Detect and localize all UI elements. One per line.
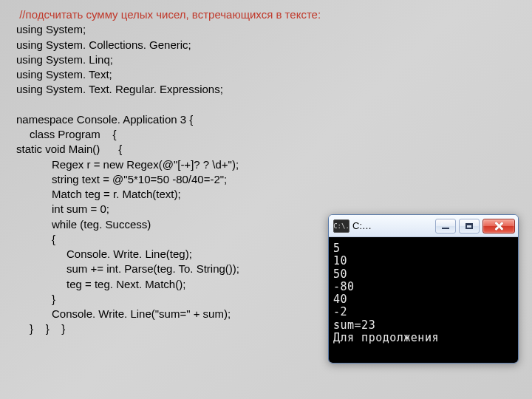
console-app-icon: C:\. xyxy=(333,219,349,233)
window-titlebar[interactable]: C:\. C:… xyxy=(329,215,518,237)
using-line: using System. Text. Regular. Expressions… xyxy=(16,82,516,97)
console-line: -2 xyxy=(333,306,514,318)
console-line: sum=23 xyxy=(333,319,514,332)
close-button[interactable] xyxy=(482,219,515,233)
minimize-icon xyxy=(442,228,449,229)
console-line: 10 xyxy=(333,255,514,267)
code-comment: //подсчитать сумму целых чисел, встречаю… xyxy=(16,7,516,22)
window-title: C:… xyxy=(352,220,432,231)
using-line: using System. Text; xyxy=(16,67,516,82)
maximize-icon xyxy=(466,223,473,229)
minimize-button[interactable] xyxy=(435,219,456,233)
console-line: -80 xyxy=(333,281,514,293)
main-line: static void Main() { xyxy=(16,142,516,157)
console-line: 5 xyxy=(333,242,514,255)
console-window: C:\. C:… 5 10 50 -80 40 -2 sum=23 Для пр… xyxy=(328,214,519,364)
close-icon xyxy=(494,222,503,231)
blank-line xyxy=(16,98,516,112)
using-line: using System. Collections. Generic; xyxy=(16,38,516,52)
namespace-line: namespace Console. Application 3 { xyxy=(16,112,516,127)
body-line: string text = @"5*10=50 -80/40=-2"; xyxy=(16,172,516,187)
maximize-button[interactable] xyxy=(459,219,480,233)
console-line: 40 xyxy=(333,293,514,306)
console-output: 5 10 50 -80 40 -2 sum=23 Для продолжения xyxy=(329,237,518,363)
class-line: class Program { xyxy=(16,127,516,142)
body-line: Regex r = new Regex(@"[-+]? ? \d+"); xyxy=(16,157,516,172)
using-line: using System. Linq; xyxy=(16,52,516,67)
console-line: Для продолжения xyxy=(333,332,514,344)
body-line: Match teg = r. Match(text); xyxy=(16,187,516,202)
using-line: using System; xyxy=(16,22,516,37)
console-line: 50 xyxy=(333,268,514,281)
